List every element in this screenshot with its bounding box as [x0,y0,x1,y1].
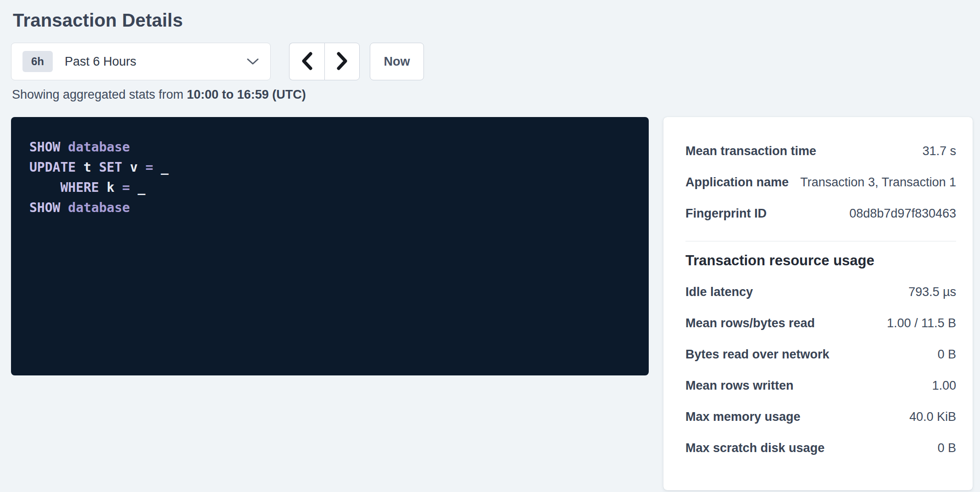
sql-token: k [107,180,122,195]
summary-row-label: Mean rows written [685,379,794,393]
summary-row-label: Fingerprint ID [685,207,767,221]
summary-row-label: Bytes read over network [685,347,830,362]
time-range-label: Past 6 Hours [65,55,246,69]
chevron-left-icon [300,51,314,73]
previous-timeframe-button[interactable] [289,43,324,80]
now-button[interactable]: Now [370,43,424,80]
sql-token: database [68,200,130,215]
sql-statement-panel: SHOW database UPDATE t SET v = _ WHERE k… [11,117,649,375]
summary-row: Mean transaction time 31.7 s [685,135,956,167]
sql-token: SHOW [29,200,68,215]
subtitle-prefix: Showing aggregated stats from [12,88,187,101]
summary-row-value: 1.00 [932,379,956,393]
summary-row-label: Mean transaction time [685,144,816,158]
summary-row-value: Transaction 3, Transaction 1 [800,175,956,190]
sql-line: WHERE k = _ [29,180,145,195]
chevron-down-icon [246,57,259,66]
subtitle-time-range: 10:00 to 16:59 (UTC) [187,88,306,101]
summary-row: Idle latency 793.5 µs [685,276,956,308]
sql-token: _ [138,180,145,195]
summary-row: Max scratch disk usage 0 B [685,432,956,464]
sql-line: SHOW database [29,200,130,215]
chevron-right-icon [335,51,349,73]
summary-row-label: Idle latency [685,285,753,299]
summary-row-label: Mean rows/bytes read [685,316,815,330]
summary-row-value: 1.00 / 11.5 B [887,316,956,330]
transaction-details-page: Transaction Details 6h Past 6 Hours [0,0,980,490]
summary-divider [685,241,956,241]
summary-row: Application name Transaction 3, Transact… [685,167,956,198]
sql-token: SET [99,160,130,175]
time-range-select[interactable]: 6h Past 6 Hours [11,43,271,80]
summary-row: Fingerprint ID 08d8b7d97f830463 [685,198,956,229]
time-range-badge: 6h [22,51,53,72]
summary-row-value: 0 B [937,441,956,455]
resource-usage-heading: Transaction resource usage [685,252,956,269]
time-picker-row: 6h Past 6 Hours [11,43,972,80]
summary-row-label: Application name [685,175,789,190]
summary-row-value: 31.7 s [922,144,956,158]
summary-row-value: 08d8b7d97f830463 [849,207,956,221]
sql-token: = [122,180,138,195]
sql-token: SHOW [29,140,68,155]
page-title: Transaction Details [13,10,972,31]
sql-line: UPDATE t SET v = _ [29,160,168,175]
summary-row-value: 0 B [937,347,956,362]
transaction-summary-card: Mean transaction time 31.7 s Application… [663,117,973,490]
next-timeframe-button[interactable] [324,43,360,80]
summary-row-label: Max scratch disk usage [685,441,824,455]
content-row: SHOW database UPDATE t SET v = _ WHERE k… [11,117,972,490]
sql-token: _ [161,160,169,175]
sql-token: database [68,140,130,155]
summary-row: Max memory usage 40.0 KiB [685,401,956,432]
sql-token: UPDATE [29,160,84,175]
summary-row-value: 40.0 KiB [909,410,956,424]
summary-row: Bytes read over network 0 B [685,339,956,370]
sql-line: SHOW database [29,140,130,155]
summary-row: Mean rows written 1.00 [685,370,956,401]
time-nav-group [289,43,360,80]
sql-token: v [130,160,145,175]
sql-code: SHOW database UPDATE t SET v = _ WHERE k… [29,137,630,218]
summary-row: Mean rows/bytes read 1.00 / 11.5 B [685,308,956,339]
sql-token: = [145,160,161,175]
sql-token: t [84,160,99,175]
summary-row-label: Max memory usage [685,410,801,424]
summary-row-value: 793.5 µs [908,285,956,299]
sql-token: WHERE [29,180,107,195]
aggregated-stats-subtitle: Showing aggregated stats from 10:00 to 1… [12,88,972,102]
